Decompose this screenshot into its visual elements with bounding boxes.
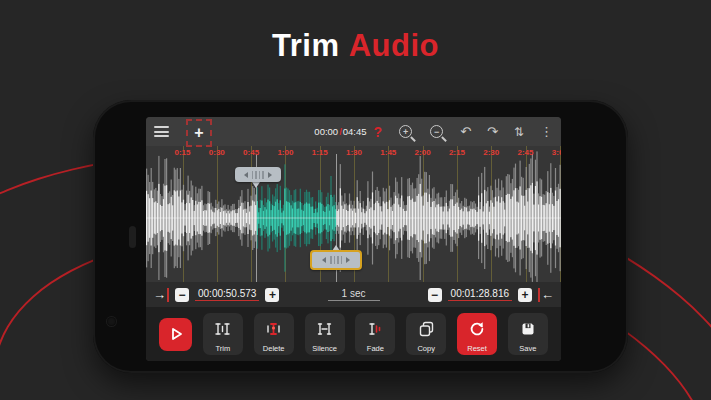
handle-grip-icon <box>330 256 342 264</box>
end-time-minus-button[interactable]: − <box>428 288 442 302</box>
selection-start-pointer <box>252 182 260 188</box>
reset-icon <box>468 320 486 338</box>
waveform-area[interactable]: 0:150:300:451:001:151:301:452:002:152:30… <box>146 146 561 282</box>
editor-toolbar: + 00:00/04:45 ? + − ↶ ↷ ⇅ ⋮ <box>146 117 561 146</box>
time-total: 04:45 <box>343 126 367 137</box>
redo-icon[interactable]: ↷ <box>487 125 498 138</box>
selection-start-handle[interactable] <box>235 167 281 182</box>
reset-button[interactable]: Reset <box>457 313 497 355</box>
tool-label: Silence <box>312 344 337 353</box>
arrow-right-icon: → <box>153 288 166 301</box>
help-icon[interactable]: ? <box>374 124 383 140</box>
menu-icon[interactable] <box>154 126 169 137</box>
save-button[interactable]: Save <box>508 313 548 355</box>
handle-right-arrow-icon <box>268 172 272 178</box>
tool-label: Fade <box>367 344 384 353</box>
jump-to-end-button[interactable]: → <box>153 288 169 302</box>
delete-button[interactable]: Delete <box>254 313 294 355</box>
overflow-menu-icon[interactable]: ⋮ <box>540 125 553 138</box>
delete-icon <box>264 320 283 338</box>
phone-camera <box>107 317 116 326</box>
tool-label: Trim <box>215 344 230 353</box>
time-current: 00:00 <box>314 126 338 137</box>
tool-label: Save <box>519 344 536 353</box>
trim-button[interactable]: Trim <box>203 313 243 355</box>
step-value-field[interactable]: 1 sec <box>328 288 380 301</box>
start-time-plus-button[interactable]: + <box>265 288 279 302</box>
audio-editor-screen: + 00:00/04:45 ? + − ↶ ↷ ⇅ ⋮ <box>146 117 561 361</box>
tool-label: Copy <box>417 344 435 353</box>
silence-button[interactable]: Silence <box>305 313 345 355</box>
selection-start-time[interactable]: 00:00:50.573 <box>195 288 259 301</box>
tools-bar: Trim Delete Silence <box>146 307 561 361</box>
copy-icon <box>417 320 436 338</box>
handle-left-arrow-icon <box>322 257 326 263</box>
handle-right-arrow-icon <box>346 257 350 263</box>
play-icon <box>167 325 185 343</box>
tool-label: Reset <box>467 344 487 353</box>
phone-mockup: + 00:00/04:45 ? + − ↶ ↷ ⇅ ⋮ <box>93 100 628 373</box>
title-word-audio: Audio <box>349 28 439 63</box>
fade-icon <box>366 320 385 338</box>
selection-end-time[interactable]: 00:01:28.816 <box>448 288 512 301</box>
title-word-trim: Trim <box>272 28 339 63</box>
handle-left-arrow-icon <box>244 172 248 178</box>
fade-button[interactable]: Fade <box>355 313 395 355</box>
trim-icon <box>213 320 232 338</box>
zoom-out-icon[interactable]: − <box>430 125 443 138</box>
start-time-minus-button[interactable]: − <box>175 288 189 302</box>
selection-controls: → − 00:00:50.573 + 1 sec − 00:01:28.816 … <box>146 282 561 307</box>
silence-icon <box>315 320 334 338</box>
save-icon <box>519 320 537 338</box>
sort-icon[interactable]: ⇅ <box>514 126 524 138</box>
zoom-in-icon[interactable]: + <box>399 125 412 138</box>
page-title: Trim Audio <box>0 28 711 64</box>
plus-icon: + <box>194 125 203 141</box>
add-track-button[interactable]: + <box>186 119 212 147</box>
play-button[interactable] <box>159 318 192 351</box>
jump-to-start-button[interactable]: ← <box>538 288 554 302</box>
handle-grip-icon <box>252 171 264 179</box>
playback-time: 00:00/04:45 <box>314 126 366 137</box>
copy-button[interactable]: Copy <box>406 313 446 355</box>
phone-speaker <box>129 226 136 248</box>
undo-icon[interactable]: ↶ <box>460 125 471 138</box>
arrow-left-icon: ← <box>541 288 554 301</box>
selection-end-handle[interactable] <box>310 250 362 270</box>
end-time-plus-button[interactable]: + <box>518 288 532 302</box>
tool-label: Delete <box>263 344 285 353</box>
